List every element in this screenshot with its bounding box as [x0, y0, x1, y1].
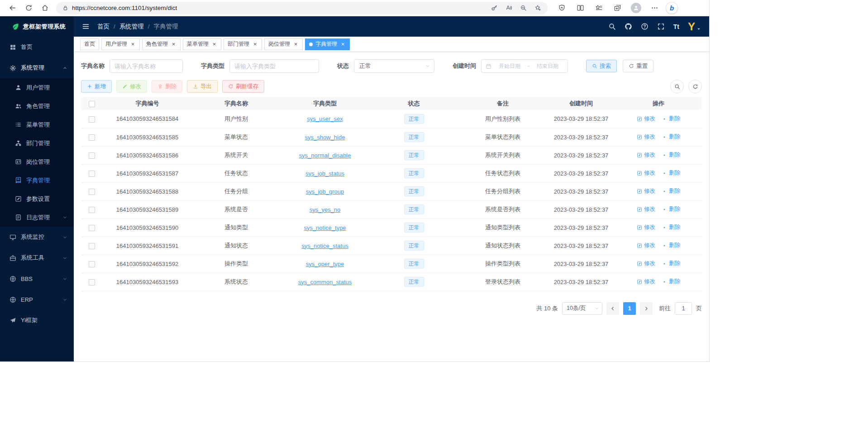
edit-row-button[interactable]: 修改 [637, 115, 655, 123]
row-checkbox[interactable] [89, 116, 95, 123]
breadcrumb-home[interactable]: 首页 [97, 23, 110, 31]
sidebar-item-dict-management[interactable]: 字典管理 [0, 171, 74, 190]
refresh-cache-button[interactable]: 刷新缓存 [222, 80, 264, 93]
edit-row-button[interactable]: 修改 [637, 205, 655, 213]
sidebar-item-system-tools[interactable]: 系统工具 [0, 247, 74, 268]
sidebar-item-dept-management[interactable]: 部门管理 [0, 134, 74, 152]
row-checkbox[interactable] [89, 189, 95, 195]
edit-row-button[interactable]: 修改 [637, 169, 655, 177]
collections-button[interactable] [610, 1, 625, 15]
sidebar-item-param-settings[interactable]: 参数设置 [0, 190, 74, 208]
delete-row-button[interactable]: 删除 [662, 205, 680, 213]
dict-name-input[interactable] [110, 59, 183, 73]
close-icon[interactable]: × [252, 41, 258, 47]
address-bar[interactable]: https://ccnetcore.com:1101/system/dict [56, 2, 548, 14]
split-screen-button[interactable] [573, 1, 587, 15]
row-checkbox[interactable] [89, 207, 95, 213]
row-checkbox[interactable] [89, 152, 95, 159]
sidebar-item-user-management[interactable]: 用户管理 [0, 78, 74, 97]
row-checkbox[interactable] [89, 225, 95, 231]
tab-user-management[interactable]: 用户管理× [101, 38, 140, 50]
tab-dept-management[interactable]: 部门管理× [224, 38, 262, 50]
row-checkbox[interactable] [89, 243, 95, 249]
page-1-button[interactable]: 1 [623, 302, 636, 315]
search-button[interactable] [608, 23, 616, 30]
profile-button[interactable] [629, 1, 643, 15]
read-aloud-button[interactable] [506, 5, 512, 11]
breadcrumb-system[interactable]: 系统管理 [119, 23, 144, 31]
sidebar-item-system-monitor[interactable]: 系统监控 [0, 227, 74, 247]
bing-sidebar-button[interactable]: b [666, 2, 678, 14]
edit-button[interactable]: 修改 [116, 80, 147, 93]
status-select[interactable]: 正常 [354, 59, 434, 73]
edit-row-button[interactable]: 修改 [637, 223, 655, 231]
dict-type-link[interactable]: sys_user_sex [307, 115, 343, 122]
add-button[interactable]: 新增 [81, 80, 112, 93]
close-icon[interactable]: × [211, 41, 217, 47]
sidebar-item-log-management[interactable]: 日志管理 [0, 208, 74, 227]
prev-page-button[interactable] [606, 302, 619, 315]
delete-row-button[interactable]: 删除 [662, 169, 680, 177]
edit-row-button[interactable]: 修改 [637, 187, 655, 195]
tab-home[interactable]: 首页 [80, 38, 99, 50]
delete-row-button[interactable]: 删除 [662, 151, 680, 159]
dict-type-link[interactable]: sys_job_status [305, 170, 344, 177]
edit-row-button[interactable]: 修改 [637, 242, 655, 249]
toggle-search-button[interactable] [670, 80, 684, 93]
edit-row-button[interactable]: 修改 [637, 151, 655, 159]
row-checkbox[interactable] [89, 279, 95, 285]
close-icon[interactable]: × [340, 41, 346, 47]
delete-row-button[interactable]: 删除 [662, 242, 680, 249]
sidebar-item-system-management[interactable]: 系统管理 [0, 57, 74, 78]
zoom-out-button[interactable] [520, 5, 527, 11]
close-icon[interactable]: × [171, 41, 176, 47]
date-range-picker[interactable]: 开始日期 - 结束日期 [481, 59, 568, 73]
delete-row-button[interactable]: 删除 [662, 223, 680, 231]
tab-post-management[interactable]: 岗位管理× [264, 38, 303, 50]
dict-type-link[interactable]: sys_job_group [306, 188, 344, 195]
sidebar-item-bbs[interactable]: BBS [0, 268, 74, 289]
sidebar-item-home[interactable]: 首页 [0, 37, 74, 57]
favorites-button[interactable] [591, 1, 606, 15]
next-page-button[interactable] [640, 302, 653, 315]
sidebar-item-erp[interactable]: ERP [0, 289, 74, 310]
tab-menu-management[interactable]: 菜单管理× [183, 38, 221, 50]
dict-type-input[interactable] [229, 59, 319, 73]
edit-row-button[interactable]: 修改 [637, 260, 655, 267]
export-button[interactable]: 导出 [187, 80, 218, 93]
dict-type-link[interactable]: sys_yes_no [310, 206, 341, 213]
row-checkbox[interactable] [89, 134, 95, 141]
select-all-checkbox[interactable] [89, 101, 95, 107]
sidebar-item-menu-management[interactable]: 菜单管理 [0, 115, 74, 134]
collapse-sidebar-button[interactable] [82, 23, 90, 30]
sidebar-item-yi-framework[interactable]: Yi框架 [0, 310, 74, 331]
help-button[interactable] [641, 23, 649, 30]
tab-dict-management[interactable]: 字典管理× [305, 38, 350, 50]
settings-dots-button[interactable] [647, 1, 662, 15]
home-button[interactable] [37, 1, 52, 15]
delete-row-button[interactable]: 删除 [662, 187, 680, 195]
dict-type-link[interactable]: sys_normal_disable [299, 152, 351, 159]
row-checkbox[interactable] [89, 171, 95, 177]
browser-essentials-button[interactable] [554, 1, 569, 15]
font-size-button[interactable]: Tt [673, 24, 679, 30]
refresh-table-button[interactable] [688, 80, 702, 93]
fullscreen-button[interactable] [657, 23, 665, 30]
page-size-select[interactable]: 10条/页 [562, 302, 602, 315]
dict-type-link[interactable]: sys_show_hide [305, 134, 345, 141]
close-icon[interactable]: × [130, 41, 136, 47]
back-button[interactable] [5, 1, 20, 15]
reload-button[interactable] [21, 1, 36, 15]
dict-type-link[interactable]: sys_common_status [298, 279, 352, 285]
dict-type-link[interactable]: sys_oper_type [306, 261, 344, 267]
dict-type-link[interactable]: sys_notice_type [304, 224, 346, 231]
sidebar-item-post-management[interactable]: 岗位管理 [0, 152, 74, 171]
delete-row-button[interactable]: 删除 [662, 133, 680, 141]
edit-row-button[interactable]: 修改 [637, 133, 655, 141]
dict-type-link[interactable]: sys_notice_status [301, 242, 348, 249]
github-button[interactable] [625, 23, 632, 30]
search-button[interactable]: 搜索 [586, 60, 617, 72]
delete-row-button[interactable]: 删除 [662, 115, 680, 123]
edit-row-button[interactable]: 修改 [637, 278, 655, 285]
key-button[interactable] [491, 5, 498, 11]
